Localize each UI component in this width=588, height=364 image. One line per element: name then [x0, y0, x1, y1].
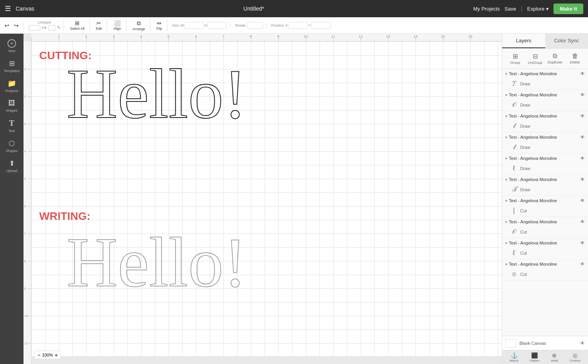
explore-button[interactable]: Explore ▾ — [527, 6, 549, 12]
canvas-area[interactable]: 12345678910111213141516 123456789101112 … — [24, 34, 502, 364]
linetype-selector[interactable] — [29, 25, 40, 31]
layer-sub-type-icon: 𝒪 — [510, 228, 518, 236]
redo-button[interactable]: ↪ — [13, 22, 20, 29]
fill-color-swatch[interactable]: ✎ — [57, 25, 60, 30]
zoom-in-button[interactable]: + — [54, 352, 58, 358]
layer-header[interactable]: ▾ Text - Angelova Monoline 👁 — [502, 259, 588, 269]
flatten-button[interactable]: ⬛ Flatten — [528, 351, 541, 363]
layer-collapse-icon[interactable]: ▾ — [505, 135, 507, 139]
right-panel: Layers Color Sync ⊞ Group ⊟ UnGroup ⧉ Du… — [502, 34, 588, 364]
width-input[interactable] — [184, 22, 204, 29]
layer-item: ▾ Text - Angelova Monoline 👁 𝒯 Draw — [502, 175, 588, 196]
layer-visibility-icon[interactable]: 👁 — [580, 156, 585, 161]
layer-collapse-icon[interactable]: ▾ — [505, 199, 507, 203]
tab-layers[interactable]: Layers — [502, 34, 545, 48]
sidebar-item-shapes[interactable]: ⬡ Shapes — [2, 137, 22, 155]
menu-icon[interactable]: ☰ — [5, 4, 11, 13]
duplicate-button[interactable]: ⧉ Duplicate — [545, 51, 565, 66]
layer-visibility-icon[interactable]: 👁 — [580, 134, 585, 140]
make-it-button[interactable]: Make It — [554, 4, 583, 14]
sidebar-item-new[interactable]: + New — [2, 37, 22, 55]
layer-header[interactable]: ▾ Text - Angelova Monoline 👁 — [502, 132, 588, 142]
layer-visibility-icon[interactable]: 👁 — [580, 198, 585, 203]
sidebar-item-projects[interactable]: 📁 Projects — [2, 77, 22, 95]
sidebar-item-upload[interactable]: ⬆ Upload — [2, 157, 22, 175]
canvas-content[interactable]: CUTTING: Hello! WRITING: Hello! — [31, 42, 502, 356]
height-input[interactable] — [207, 22, 227, 29]
layer-sub-type-icon: 𝓁 — [510, 122, 518, 130]
edit-button[interactable]: ✂ Edit — [94, 19, 104, 31]
x-input[interactable] — [288, 22, 308, 29]
layer-header[interactable]: ▾ Text - Angelova Monoline 👁 — [502, 175, 588, 184]
layer-sub[interactable]: 𝓁 Draw — [502, 142, 588, 153]
layer-header[interactable]: ▾ Text - Angelova Monoline 👁 — [502, 196, 588, 205]
layer-collapse-icon[interactable]: ▾ — [505, 114, 507, 118]
ungroup-button[interactable]: ⊟ UnGroup — [525, 51, 545, 66]
layer-sub[interactable]: 𝒪 Cut — [502, 226, 588, 238]
layer-name: Text - Angelova Monoline — [509, 114, 579, 118]
layer-header[interactable]: ▾ Text - Angelova Monoline 👁 — [502, 238, 588, 248]
layer-name: Text - Angelova Monoline — [509, 135, 579, 139]
zoom-out-button[interactable]: − — [37, 352, 40, 358]
sidebar-item-text[interactable]: T Text — [2, 116, 22, 135]
layer-visibility-icon[interactable]: 👁 — [580, 219, 585, 225]
flip-button[interactable]: ⇔ Flip — [155, 19, 164, 31]
left-sidebar: + New ⊞ Templates 📁 Projects 🖼 Images T … — [0, 34, 24, 364]
layer-header[interactable]: ▾ Text - Angelova Monoline 👁 — [502, 217, 588, 226]
layer-header[interactable]: ▾ Text - Angelova Monoline 👁 — [502, 111, 588, 121]
projects-label: Projects — [5, 89, 18, 93]
layer-collapse-icon[interactable]: ▾ — [505, 241, 507, 245]
weld-button[interactable]: ⊕ Weld — [549, 351, 559, 363]
layer-visibility-icon[interactable]: 👁 — [580, 240, 585, 246]
layer-sub[interactable]: | Cut — [502, 205, 588, 217]
layer-visibility-icon[interactable]: 👁 — [580, 71, 585, 76]
layer-sub-type-icon: ℓ — [510, 164, 518, 172]
layer-header[interactable]: ▾ Text - Angelova Monoline 👁 — [502, 154, 588, 163]
layer-collapse-icon[interactable]: ▾ — [505, 177, 507, 182]
layer-header[interactable]: ▾ Text - Angelova Monoline 👁 — [502, 90, 588, 100]
undo-button[interactable]: ↩ — [3, 22, 11, 29]
group-label: Group — [510, 61, 520, 65]
layer-sub[interactable]: ℓ Cut — [502, 248, 588, 259]
select-all-button[interactable]: ⊞ Select All — [69, 19, 86, 31]
fill-selector[interactable] — [48, 25, 55, 31]
layer-sub[interactable]: 𝒪 Draw — [502, 100, 588, 111]
shapes-label: Shapes — [6, 149, 18, 153]
layer-sub[interactable]: 𝓁 Draw — [502, 121, 588, 132]
layer-visibility-icon[interactable]: 👁 — [580, 261, 585, 267]
layer-header[interactable]: ▾ Text - Angelova Monoline 👁 — [502, 69, 588, 78]
rotate-input[interactable] — [247, 22, 263, 29]
layer-collapse-icon[interactable]: ▾ — [505, 72, 507, 76]
layer-item: ▾ Text - Angelova Monoline 👁 𝓁 Draw — [502, 111, 588, 132]
sidebar-item-images[interactable]: 🖼 Images — [2, 97, 22, 115]
layer-sub[interactable]: ℓ Draw — [502, 163, 588, 174]
layer-collapse-icon[interactable]: ▾ — [505, 220, 507, 224]
layer-name: Text - Angelova Monoline — [509, 71, 579, 76]
arrange-button[interactable]: ⧉ Arrange — [131, 19, 147, 32]
tab-color-sync[interactable]: Color Sync — [545, 34, 588, 48]
layer-visibility-icon[interactable]: 👁 — [580, 113, 585, 119]
my-projects-link[interactable]: My Projects — [473, 6, 500, 12]
layer-sub[interactable]: 𝒯 Draw — [502, 184, 588, 196]
x-label: X — [285, 24, 288, 27]
layer-collapse-icon[interactable]: ▾ — [505, 93, 507, 97]
layer-sub[interactable]: 𝓣 Draw — [502, 78, 588, 90]
layer-visibility-icon[interactable]: 👁 — [580, 177, 585, 182]
save-button[interactable]: Save — [505, 6, 516, 12]
position-label: Position — [271, 24, 284, 27]
layer-collapse-icon[interactable]: ▾ — [505, 156, 507, 161]
linetype-label: Linetype — [38, 20, 51, 24]
align-button[interactable]: ⬜ Align — [112, 19, 123, 31]
sidebar-item-templates[interactable]: ⊞ Templates — [2, 57, 22, 75]
layer-sub[interactable]: ⌾ Cut — [502, 269, 588, 280]
layer-visibility-icon[interactable]: 👁 — [580, 92, 585, 98]
blank-canvas-eye-icon[interactable]: 👁 — [580, 340, 585, 346]
contour-button[interactable]: ◎ Contour — [568, 351, 582, 363]
y-input[interactable] — [311, 22, 331, 29]
layer-sub-label: Cut — [520, 208, 527, 213]
delete-button[interactable]: 🗑 Delete — [565, 51, 585, 66]
layer-collapse-icon[interactable]: ▾ — [505, 262, 507, 266]
attach-button[interactable]: ⚓ Attach — [508, 351, 520, 363]
layer-item: ▾ Text - Angelova Monoline 👁 𝒪 Cut — [502, 217, 588, 238]
group-button[interactable]: ⊞ Group — [505, 51, 525, 66]
